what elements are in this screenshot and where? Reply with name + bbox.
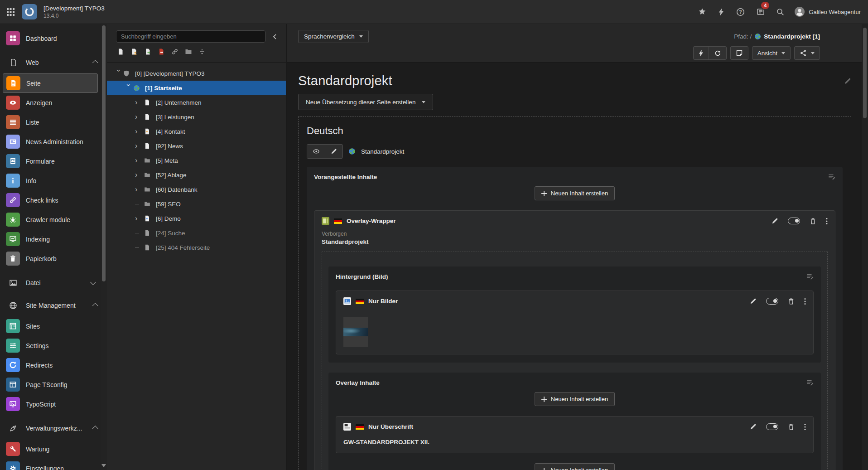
chevron-collapsed-icon[interactable]: ›	[135, 128, 144, 135]
tree-item-demo[interactable]: › [6] Demo	[107, 211, 286, 226]
tree-item-suche[interactable]: [24] Suche	[107, 226, 286, 240]
module-section-datei[interactable]: Datei	[0, 275, 101, 291]
module-item-sites[interactable]: Sites	[0, 316, 101, 336]
scroll-down-arrow-icon[interactable]	[101, 464, 106, 467]
create-content-button[interactable]: Neuen Inhalt erstellen	[535, 392, 615, 406]
module-item-info[interactable]: Info	[0, 171, 101, 190]
module-item-liste[interactable]: Liste	[0, 112, 101, 132]
edit-column-icon[interactable]	[806, 379, 814, 387]
module-menu-scrollbar[interactable]	[101, 24, 107, 470]
view-page-eye-icon[interactable]	[307, 145, 325, 158]
visibility-toggle-icon[interactable]	[788, 218, 800, 224]
new-page-with-user-icon[interactable]	[130, 47, 144, 57]
tree-item-ablage[interactable]: › [52] Ablage	[107, 168, 286, 182]
tree-item-root[interactable]: › [0] [Development] TYPO3	[107, 66, 286, 81]
path-page[interactable]: Standardprojekt [1]	[764, 33, 820, 40]
module-section-web[interactable]: Web	[0, 54, 101, 71]
module-item-einstellungen[interactable]: Einstellungen	[0, 459, 101, 470]
module-item-news-administration[interactable]: News Administration	[0, 132, 101, 151]
app-grid-icon[interactable]	[0, 0, 21, 24]
scrollbar-thumb[interactable]	[863, 28, 867, 118]
tree-item-leistungen[interactable]: › [3] Leistungen	[107, 110, 286, 124]
folder-icon	[144, 157, 153, 164]
tree-item-news[interactable]: › [92] News	[107, 139, 286, 153]
system-log-icon[interactable]: 4	[751, 0, 771, 24]
tree-item-seo[interactable]: [59] SEO	[107, 197, 286, 211]
edit-column-icon[interactable]	[806, 273, 814, 281]
more-kebab-icon[interactable]	[826, 218, 828, 225]
thumbnail-picture	[343, 328, 368, 336]
module-item-settings[interactable]: Settings	[0, 336, 101, 355]
clear-cache-bolt-icon[interactable]	[712, 0, 730, 24]
more-kebab-icon[interactable]	[804, 298, 806, 305]
tree-search-input[interactable]	[116, 30, 265, 43]
language-compare-dropdown[interactable]: Sprachenvergleich	[298, 30, 369, 43]
folder-icon[interactable]	[185, 47, 198, 57]
tree-item-404-fehlerseite[interactable]: [25] 404 Fehlerseite	[107, 240, 286, 255]
delete-trash-icon[interactable]	[788, 423, 795, 431]
module-item-anzeigen[interactable]: Anzeigen	[0, 93, 101, 112]
expand-collapse-icon[interactable]	[198, 47, 212, 57]
user-menu[interactable]: Galileo Webagentur	[790, 7, 868, 17]
tree-item-startseite[interactable]: › [1] Startseite	[107, 81, 286, 95]
note-icon[interactable]	[730, 46, 748, 60]
edit-pencil-icon[interactable]	[772, 218, 778, 224]
collapse-tree-icon[interactable]	[270, 32, 280, 42]
create-content-button[interactable]: Neuen Inhalt erstellen	[535, 186, 615, 200]
scrollbar-thumb[interactable]	[102, 25, 106, 281]
chevron-expanded-icon[interactable]: ›	[125, 84, 132, 93]
chevron-expanded-icon[interactable]: ›	[115, 69, 122, 78]
link-icon[interactable]	[171, 47, 185, 57]
chevron-collapsed-icon[interactable]: ›	[135, 99, 144, 106]
tree-item-unternehmen[interactable]: › [2] Unternehmen	[107, 95, 286, 110]
content-scrollbar[interactable]	[862, 24, 868, 470]
tree-item-datenbank[interactable]: › [60] Datenbank	[107, 182, 286, 197]
create-content-button[interactable]: Neuen Inhalt erstellen	[535, 463, 615, 470]
refresh-icon[interactable]	[709, 47, 726, 59]
module-item-crawler-module[interactable]: Crawler module	[0, 210, 101, 229]
edit-title-pencil-icon[interactable]	[844, 78, 851, 85]
module-item-formulare[interactable]: Formulare	[0, 151, 101, 171]
share-button[interactable]	[794, 46, 820, 60]
new-translation-dropdown[interactable]: Neue Übersetzung dieser Seite erstellen	[298, 94, 433, 110]
module-item-redirects[interactable]: Redirects	[0, 355, 101, 375]
chevron-collapsed-icon[interactable]: ›	[135, 171, 144, 179]
paste-page-icon[interactable]	[144, 47, 158, 57]
module-item-papierkorb[interactable]: Papierkorb	[0, 249, 101, 268]
tree-item-meta[interactable]: › [5] Meta	[107, 153, 286, 168]
chevron-collapsed-icon[interactable]: ›	[135, 215, 144, 222]
chevron-collapsed-icon[interactable]: ›	[135, 113, 144, 121]
chevron-collapsed-icon[interactable]: ›	[135, 186, 144, 193]
bookmark-star-icon[interactable]	[692, 0, 712, 24]
image-thumbnail[interactable]	[343, 317, 368, 347]
module-section-verwaltungswerkzeuge[interactable]: Verwaltungswerkz...	[0, 420, 101, 436]
page-doc-icon	[144, 99, 153, 106]
tree-item-kontakt[interactable]: › [4] Kontakt	[107, 124, 286, 139]
chevron-collapsed-icon[interactable]: ›	[135, 157, 144, 164]
new-record-red-icon[interactable]	[158, 47, 171, 57]
module-item-page-tsconfig[interactable]: Page TSconfig	[0, 375, 101, 394]
typo3-logo[interactable]	[22, 4, 37, 19]
module-item-dashboard[interactable]: Dashboard	[0, 29, 101, 48]
search-icon[interactable]	[771, 0, 790, 24]
edit-page-pencil-icon[interactable]	[325, 145, 342, 158]
chevron-collapsed-icon[interactable]: ›	[135, 142, 144, 150]
module-item-typoscript[interactable]: TypoScript	[0, 394, 101, 414]
edit-pencil-icon[interactable]	[750, 298, 757, 305]
module-item-wartung[interactable]: Wartung	[0, 439, 101, 459]
visibility-toggle-icon[interactable]	[766, 423, 778, 430]
module-item-indexing[interactable]: Indexing	[0, 229, 101, 249]
delete-trash-icon[interactable]	[810, 218, 816, 225]
edit-pencil-icon[interactable]	[750, 423, 757, 430]
delete-trash-icon[interactable]	[788, 298, 795, 305]
visibility-toggle-icon[interactable]	[766, 298, 778, 305]
clear-page-cache-bolt-icon[interactable]	[694, 47, 709, 59]
module-item-seite[interactable]: Seite	[3, 73, 98, 93]
module-item-check-links[interactable]: Check links	[0, 190, 101, 210]
edit-column-icon[interactable]	[828, 173, 835, 181]
view-button[interactable]: Ansicht	[752, 46, 791, 60]
new-page-icon[interactable]	[117, 47, 130, 57]
help-icon[interactable]: ?	[730, 0, 751, 24]
module-section-site-management[interactable]: Site Management	[0, 297, 101, 314]
more-kebab-icon[interactable]	[804, 423, 806, 431]
